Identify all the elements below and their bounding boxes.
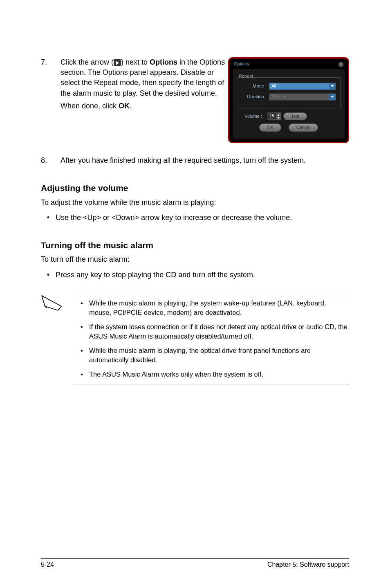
- close-icon[interactable]: ✕: [338, 62, 344, 67]
- section-intro: To adjust the volume while the music ala…: [41, 197, 349, 208]
- bullet-marker: •: [74, 322, 89, 341]
- note-content: • While the music alarm is playing, the …: [74, 295, 349, 385]
- arrow-icon: [114, 59, 121, 66]
- repeat-fieldset: Mode : All Duration : 20 mins: [237, 77, 341, 108]
- dialog-title: Options: [233, 61, 345, 69]
- test-button[interactable]: Test: [283, 112, 307, 120]
- dialog-body: Repeat Mode : All Duration : 20 mins: [233, 69, 345, 139]
- step-text: Click the arrow () next to Options in th…: [61, 57, 228, 111]
- chevron-down-icon[interactable]: [329, 83, 336, 90]
- bullet-marker: •: [74, 298, 89, 317]
- note-icon: [41, 295, 63, 311]
- bullet-marker: •: [74, 346, 89, 365]
- note-text: While the music alarm is playing, the op…: [89, 346, 349, 365]
- volume-label: Volume :: [237, 113, 264, 119]
- note-text: If the system loses connection or if it …: [89, 322, 349, 341]
- step-7: 7. Click the arrow () next to Options in…: [41, 57, 228, 111]
- section-intro: To turn off the music alarm:: [41, 254, 349, 265]
- mode-label: Mode :: [241, 83, 269, 89]
- section-heading: Adjusting the volume: [41, 182, 349, 194]
- note-text: The ASUS Music Alarm works only when the…: [89, 370, 263, 379]
- note-text: While the music alarm is playing, the sy…: [89, 298, 349, 317]
- chevron-down-icon[interactable]: [329, 94, 336, 100]
- ok-button[interactable]: OK: [259, 123, 281, 131]
- duration-select[interactable]: 20 mins: [269, 93, 336, 101]
- bullet-marker: •: [41, 213, 56, 223]
- section-heading: Turning off the music alarm: [41, 239, 349, 251]
- step-number: 7.: [41, 57, 61, 111]
- chapter-label: Chapter 5: Software support: [267, 561, 349, 568]
- step-number: 8.: [41, 155, 61, 166]
- options-dialog: Options ✕ Repeat Mode : All Duration :: [228, 57, 349, 143]
- spinner-down-icon[interactable]: ▼: [276, 116, 280, 119]
- note-block: • While the music alarm is playing, the …: [41, 295, 349, 385]
- duration-label: Duration :: [241, 94, 269, 100]
- step-8: 8. After you have finished making all th…: [41, 155, 349, 166]
- volume-spinner[interactable]: 15 ▲ ▼: [267, 112, 281, 120]
- mode-select[interactable]: All: [269, 83, 336, 90]
- bullet-item: • Press any key to stop playing the CD a…: [41, 270, 349, 280]
- step-text: After you have finished making all the r…: [61, 155, 349, 166]
- bullet-item: • Use the <Up> or <Down> arrow key to in…: [41, 213, 349, 223]
- cancel-button[interactable]: Cancel: [289, 123, 318, 131]
- bullet-marker: •: [74, 370, 89, 379]
- bullet-marker: •: [41, 270, 56, 280]
- page-number: 5-24: [41, 561, 54, 568]
- page-footer: 5-24 Chapter 5: Software support: [41, 558, 349, 568]
